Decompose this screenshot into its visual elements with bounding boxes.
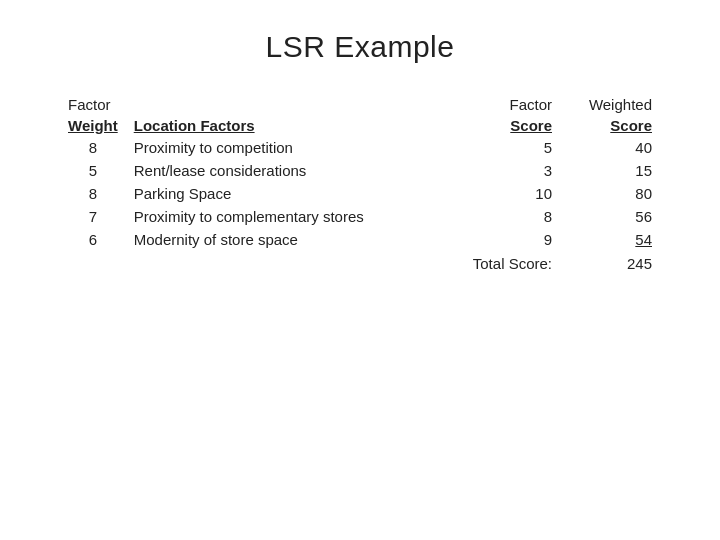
cell-location: Proximity to competition (126, 136, 460, 159)
cell-factor-score: 9 (460, 228, 560, 251)
subheader-wscore: Score (560, 115, 660, 136)
total-row: Total Score: 245 (60, 251, 660, 276)
subheader-row: Weight Location Factors Score Score (60, 115, 660, 136)
cell-weighted-score: 54 (560, 228, 660, 251)
cell-factor-score: 5 (460, 136, 560, 159)
cell-weight: 8 (60, 182, 126, 205)
header-row: Factor Factor Weighted (60, 94, 660, 115)
cell-weighted-score: 15 (560, 159, 660, 182)
cell-factor-score: 3 (460, 159, 560, 182)
cell-weighted-score: 80 (560, 182, 660, 205)
header-empty (126, 94, 460, 115)
subheader-location: Location Factors (126, 115, 460, 136)
table-row: 5Rent/lease considerations315 (60, 159, 660, 182)
table-row: 6Modernity of store space954 (60, 228, 660, 251)
cell-factor-score: 10 (460, 182, 560, 205)
cell-weight: 7 (60, 205, 126, 228)
cell-weighted-score: 56 (560, 205, 660, 228)
table-row: 7Proximity to complementary stores856 (60, 205, 660, 228)
total-value: 245 (560, 251, 660, 276)
subheader-score: Score (460, 115, 560, 136)
table-container: Factor Factor Weighted Weight Location F… (60, 94, 660, 276)
total-empty1 (60, 251, 126, 276)
cell-weight: 8 (60, 136, 126, 159)
total-label: Total Score: (460, 251, 560, 276)
table-row: 8Parking Space1080 (60, 182, 660, 205)
page: LSR Example Factor Factor Weighted Weigh… (0, 0, 720, 540)
total-empty2 (126, 251, 460, 276)
cell-weighted-score: 40 (560, 136, 660, 159)
lsr-table: Factor Factor Weighted Weight Location F… (60, 94, 660, 276)
cell-location: Rent/lease considerations (126, 159, 460, 182)
header-weighted-score: Weighted (560, 94, 660, 115)
table-body: 8Proximity to competition5405Rent/lease … (60, 136, 660, 251)
cell-weight: 6 (60, 228, 126, 251)
page-title: LSR Example (60, 30, 660, 64)
cell-location: Proximity to complementary stores (126, 205, 460, 228)
table-row: 8Proximity to competition540 (60, 136, 660, 159)
cell-factor-score: 8 (460, 205, 560, 228)
header-factor: Factor (60, 94, 126, 115)
cell-location: Modernity of store space (126, 228, 460, 251)
cell-weight: 5 (60, 159, 126, 182)
subheader-weight: Weight (60, 115, 126, 136)
header-factor-score: Factor (460, 94, 560, 115)
cell-location: Parking Space (126, 182, 460, 205)
